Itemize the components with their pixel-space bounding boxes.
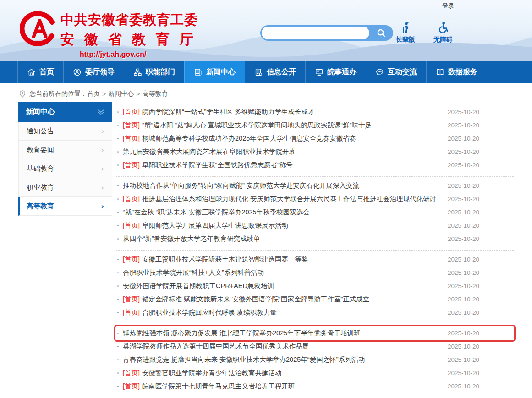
site-header: 登录 中共安徽省委教育工委 安徽省教育厅 http://jyt.ah.gov.c…	[0, 0, 532, 61]
news-row[interactable]: 从四个“新”看安徽开放大学老年教育研究成绩单2025-10-20	[116, 232, 514, 245]
nav-tab-互动交流[interactable]: 互动交流	[366, 61, 426, 83]
site-brand[interactable]: 中共安徽省委教育工委 安徽省教育厅 http://jyt.ah.gov.cn/	[20, 11, 203, 59]
sidebar-item-职业教育[interactable]: 职业教育›	[18, 178, 112, 197]
news-title-link[interactable]: 阜阳师范大学开展第四届大学生讲思政课展示活动	[142, 221, 442, 230]
nav-tab-数据服务[interactable]: 数据服务	[426, 61, 487, 83]
sidebar-item-高等教育[interactable]: 高等教育›	[18, 197, 112, 216]
news-date: 2025-10-20	[448, 296, 479, 303]
news-title-link[interactable]: 安徽外国语学院开展首期教职工CPR+AED急救培训	[123, 282, 442, 290]
news-title-link[interactable]: 桐城师范高等专科学校成功举办2025年全国大学生信息安全竞赛安徽省赛	[142, 134, 442, 143]
news-title-link[interactable]: 皖西学院深耕“一站式”学生社区 多维赋能助力学生成长成才	[142, 108, 442, 116]
sidebar-item-教育要闻[interactable]: 教育要闻›	[18, 141, 112, 159]
elder-version-button[interactable]: 长辈版	[393, 21, 418, 44]
frontpage-tag: [首页]	[123, 221, 140, 230]
news-icon	[194, 68, 203, 76]
elder-person-icon	[399, 21, 412, 34]
nav-tab-label: 信息公开	[267, 67, 296, 77]
news-title-link[interactable]: 皖南医学院第十七期青年马克思主义者培养工程开班	[142, 382, 442, 391]
nav-tab-委厅领导[interactable]: 委厅领导	[63, 61, 124, 83]
news-title-link[interactable]: 阜阳职业技术学院学生获“全国铁路优秀志愿者”称号	[142, 161, 442, 169]
news-title-link[interactable]: 青春奋进跟党走 挺膺担当向未来 安徽职业技术大学举办2025年“爱国之怀”系列活…	[123, 355, 442, 364]
news-date: 2025-10-20	[448, 182, 479, 189]
news-row[interactable]: 合肥职业技术学院开展“科技+人文”系列科普活动2025-10-20	[116, 266, 514, 279]
news-row[interactable]: 推动校地合作从“单向服务”转向“双向赋能” 安庆师范大学赴安庆石化开展深入交流2…	[116, 179, 514, 192]
news-row[interactable]: 巢湖学院教师作品入选第十四届中国艺术节全国优秀美术作品展2025-10-20	[116, 340, 514, 353]
news-title-link[interactable]: 推动校地合作从“单向服务”转向“双向赋能” 安庆师范大学赴安庆石化开展深入交流	[123, 181, 442, 190]
nav-tab-皖事通办[interactable]: 皖事通办	[305, 61, 366, 83]
news-title-link[interactable]: 合肥职业技术学院开展“科技+人文”系列科普活动	[123, 268, 442, 277]
news-group: 推动校地合作从“单向服务”转向“双向赋能” 安庆师范大学赴安庆石化开展深入交流2…	[116, 177, 514, 251]
news-row[interactable]: [首页]皖西学院深耕“一站式”学生社区 多维赋能助力学生成长成才2025-10-…	[116, 105, 514, 119]
nav-tab-label: 皖事通办	[327, 67, 356, 77]
search-button[interactable]	[369, 25, 393, 41]
nav-tab-label: 职能部门	[146, 67, 175, 77]
bullet-dot-icon	[117, 272, 119, 273]
news-title-link[interactable]: 安徽警官职业学院举办青少年法治教育共建活动	[142, 369, 442, 377]
bullet-dot-icon	[117, 299, 119, 300]
frontpage-tag: [首页]	[123, 295, 140, 304]
frontpage-tag: [首页]	[123, 195, 140, 203]
site-logo-icon	[20, 11, 58, 49]
news-row[interactable]: 第九届安徽省美术大展陶瓷艺术展在阜阳职业技术学院开幕2025-10-20	[116, 145, 514, 158]
bullet-dot-icon	[117, 238, 119, 240]
sidebar-header[interactable]: 新闻中心	[18, 102, 112, 122]
bullet-dot-icon	[117, 346, 119, 347]
breadcrumb-prefix: 您当前所在的位置：	[29, 90, 87, 98]
news-row[interactable]: [首页]桐城师范高等专科学校成功举办2025年全国大学生信息安全竞赛安徽省赛20…	[116, 132, 514, 145]
login-link[interactable]: 登录	[442, 2, 454, 10]
sidebar-item-通知公告[interactable]: 通知公告›	[18, 122, 112, 141]
sidebar-title: 新闻中心	[26, 107, 55, 117]
news-date: 2025-10-20	[448, 370, 479, 376]
sidebar-item-基础教育[interactable]: 基础教育›	[18, 159, 112, 178]
accessibility-button[interactable]: 无障碍	[430, 21, 456, 44]
news-row[interactable]: [首页]皖南医学院第十七期青年马克思主义者培养工程开班2025-10-20	[116, 380, 514, 393]
news-row[interactable]: [首页]“蟹”逅水阳 “菇”舞人心 宣城职业技术学院这堂田间地头的思政实践课“鲜…	[116, 119, 514, 132]
nav-tab-信息公开[interactable]: 信息公开	[245, 61, 305, 83]
breadcrumb-part-高等教育[interactable]: 高等教育	[142, 90, 168, 98]
bullet-dot-icon	[117, 125, 119, 126]
news-title-link[interactable]: 锤炼党性强本领 凝心聚力促发展 淮北理工学院举办2025年下半年党务骨干培训班	[123, 329, 442, 338]
search-input[interactable]	[262, 27, 369, 39]
news-row[interactable]: 安徽外国语学院开展首期教职工CPR+AED急救培训2025-10-20	[116, 279, 514, 293]
news-title-link[interactable]: “蟹”逅水阳 “菇”舞人心 宣城职业技术学院这堂田间地头的思政实践课“鲜”味十足	[142, 121, 442, 130]
bullet-dot-icon	[117, 359, 119, 360]
sidebar-item-label: 职业教育	[27, 183, 54, 192]
news-title-link[interactable]: “就”在金秋 “职”达未来 安徽三联学院举办2025年秋季校园双选会	[123, 208, 442, 217]
news-row[interactable]: [首页]安徽工贸职业技术学院斩获土木建筑智能建造国赛一等奖2025-10-20	[116, 253, 514, 266]
news-row[interactable]: [首页]阜阳职业技术学院学生获“全国铁路优秀志愿者”称号2025-10-20	[116, 158, 514, 172]
news-row[interactable]: [首页]阜阳师范大学开展第四届大学生讲思政课展示活动2025-10-20	[116, 219, 514, 232]
leaders-icon	[73, 68, 82, 76]
news-row-highlighted[interactable]: 锤炼党性强本领 凝心聚力促发展 淮北理工学院举办2025年下半年党务骨干培训班2…	[116, 327, 514, 340]
news-title-link[interactable]: 第九届安徽省美术大展陶瓷艺术展在阜阳职业技术学院开幕	[123, 147, 442, 156]
news-title-link[interactable]: 合肥职业技术学院回应时代呼唤 赓续职教力量	[142, 308, 442, 317]
news-title-link[interactable]: 锚定金牌标准 赋能文旅新未来 安徽外国语学院“国家金牌导游工作室”正式成立	[142, 295, 442, 304]
search-icon	[376, 28, 386, 38]
accessibility-tools: 长辈版 无障碍	[393, 21, 456, 44]
frontpage-tag: [首页]	[123, 369, 140, 377]
bullet-dot-icon	[117, 164, 119, 166]
wheelchair-icon	[437, 21, 450, 34]
news-row[interactable]: [首页]推进基层治理体系和治理能力现代化 安庆师范大学联合开展六尺巷工作法与推进…	[116, 192, 514, 206]
bullet-dot-icon	[117, 312, 119, 313]
nav-tab-新闻中心[interactable]: 新闻中心	[184, 61, 245, 83]
news-row[interactable]: [首页]锚定金牌标准 赋能文旅新未来 安徽外国语学院“国家金牌导游工作室”正式成…	[116, 293, 514, 306]
news-row[interactable]: [首页]安徽警官职业学院举办青少年法治教育共建活动2025-10-20	[116, 366, 514, 380]
news-date: 2025-10-20	[448, 148, 479, 155]
breadcrumb-part-首页[interactable]: 首页	[87, 90, 100, 98]
news-date: 2025-10-20	[448, 309, 479, 316]
nav-tab-职能部门[interactable]: 职能部门	[124, 61, 184, 83]
news-row[interactable]: “就”在金秋 “职”达未来 安徽三联学院举办2025年秋季校园双选会2025-1…	[116, 206, 514, 219]
breadcrumb-part-新闻中心[interactable]: 新闻中心	[108, 90, 134, 98]
news-row[interactable]: 青春奋进跟党走 挺膺担当向未来 安徽职业技术大学举办2025年“爱国之怀”系列活…	[116, 353, 514, 366]
news-title-link[interactable]: 安徽工贸职业技术学院斩获土木建筑智能建造国赛一等奖	[142, 255, 442, 264]
news-title-link[interactable]: 巢湖学院教师作品入选第十四届中国艺术节全国优秀美术作品展	[123, 342, 442, 351]
news-title-link[interactable]: 推进基层治理体系和治理能力现代化 安庆师范大学联合开展六尺巷工作法与推进社会治理…	[142, 195, 442, 203]
frontpage-tag: [首页]	[123, 161, 140, 169]
news-row[interactable]: [首页]合肥职业技术学院回应时代呼唤 赓续职教力量2025-10-20	[116, 306, 514, 319]
news-title-link[interactable]: 从四个“新”看安徽开放大学老年教育研究成绩单	[123, 234, 442, 243]
frontpage-tag: [首页]	[123, 108, 140, 116]
nav-tab-首页[interactable]: 首页	[17, 61, 63, 83]
bullet-dot-icon	[117, 386, 119, 387]
chevron-right-icon: ›	[101, 127, 104, 136]
bullet-dot-icon	[117, 372, 119, 374]
